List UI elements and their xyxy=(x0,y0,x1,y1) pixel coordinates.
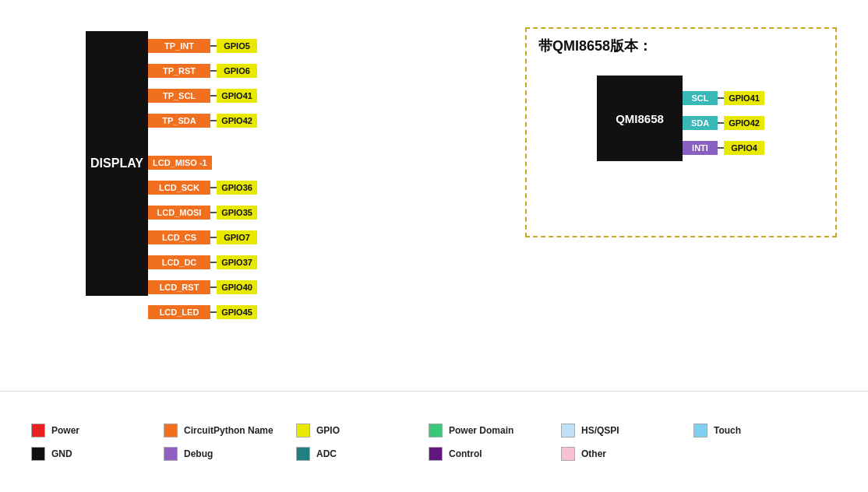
signal-row: LCD_DCGPIO37 xyxy=(148,255,257,269)
signal-row: TP_SDAGPIO42 xyxy=(148,114,257,128)
display-block: DISPLAY xyxy=(86,31,148,296)
qmi-signal-row: SDAGPIO42 xyxy=(683,116,764,130)
legend-label: Power xyxy=(51,425,79,436)
legend-label: GPIO xyxy=(316,425,340,436)
gpio-badge: GPIO36 xyxy=(217,181,257,195)
legend-color-swatch xyxy=(296,447,310,461)
qmi-title: 带QMI8658版本： xyxy=(538,37,827,55)
legend-label: ADC xyxy=(316,448,337,459)
legend-color-swatch xyxy=(164,447,178,461)
legend-color-swatch xyxy=(429,447,443,461)
legend-label: Debug xyxy=(184,448,213,459)
gpio-badge: GPIO41 xyxy=(217,89,257,103)
signal-row: LCD_MISO -1 xyxy=(148,156,212,170)
connector-line xyxy=(210,95,217,97)
gpio-badge: GPIO7 xyxy=(217,230,257,244)
legend-item: Touch xyxy=(693,423,826,438)
connector-line xyxy=(210,311,217,313)
legend-color-swatch xyxy=(164,423,178,438)
qmi-gpio-badge: GPIO42 xyxy=(724,116,764,130)
legend-item: CircuitPython Name xyxy=(164,423,296,438)
qmi-signal-row: INTIGPIO4 xyxy=(683,141,764,155)
qmi-box: 带QMI8658版本： QMI8658 SCLGPIO41SDAGPIO42IN… xyxy=(525,27,837,237)
gpio-badge: GPIO42 xyxy=(217,114,257,128)
qmi-signal-name: SCL xyxy=(683,91,718,105)
legend-color-swatch xyxy=(31,447,45,461)
signal-name: LCD_MOSI xyxy=(148,206,210,220)
signal-row: LCD_SCKGPIO36 xyxy=(148,181,257,195)
qmi-chip: QMI8658 xyxy=(597,76,683,161)
signal-name: LCD_SCK xyxy=(148,181,210,195)
legend-label: Power Domain xyxy=(449,425,513,436)
legend-item: Control xyxy=(429,447,561,461)
legend-item: Power Domain xyxy=(429,423,561,438)
signal-name: LCD_CS xyxy=(148,230,210,244)
legend-area: PowerCircuitPython NameGPIOPower DomainH… xyxy=(0,391,868,492)
qmi-signal-name: SDA xyxy=(683,116,718,130)
qmi-connector-line xyxy=(718,147,724,149)
connector-line xyxy=(210,262,217,263)
legend-color-swatch xyxy=(429,423,443,438)
legend-color-swatch xyxy=(296,423,310,438)
qmi-connector-line xyxy=(718,122,724,124)
gpio-badge: GPIO5 xyxy=(217,39,257,53)
connector-line xyxy=(210,212,217,213)
legend-item: Power xyxy=(31,423,164,438)
legend-item: HS/QSPI xyxy=(561,423,693,438)
connector-line xyxy=(210,120,217,121)
qmi-chip-label: QMI8658 xyxy=(616,112,664,125)
connector-line xyxy=(210,70,217,72)
signal-row: LCD_MOSIGPIO35 xyxy=(148,206,257,220)
signal-row: LCD_RSTGPIO40 xyxy=(148,280,257,294)
diagram-area: DISPLAY TP_INTGPIO5TP_RSTGPIO6TP_SCLGPIO… xyxy=(23,16,845,383)
legend-row: GNDDebugADCControlOther xyxy=(31,447,837,461)
gpio-badge: GPIO45 xyxy=(217,305,257,319)
display-label: DISPLAY xyxy=(90,156,143,170)
gpio-badge: GPIO35 xyxy=(217,206,257,220)
legend-label: CircuitPython Name xyxy=(184,425,273,436)
legend-item: Debug xyxy=(164,447,296,461)
connector-line xyxy=(210,187,217,188)
legend-color-swatch xyxy=(561,423,575,438)
legend-color-swatch xyxy=(693,423,707,438)
connector-line xyxy=(210,286,217,288)
signal-row: TP_SCLGPIO41 xyxy=(148,89,257,103)
connector-line xyxy=(210,237,217,238)
legend-label: Other xyxy=(581,448,606,459)
signal-name: TP_SCL xyxy=(148,89,210,103)
signal-row: TP_RSTGPIO6 xyxy=(148,64,257,78)
signal-name: TP_RST xyxy=(148,64,210,78)
qmi-gpio-badge: GPIO41 xyxy=(724,91,764,105)
legend-item: Other xyxy=(561,447,693,461)
legend-label: HS/QSPI xyxy=(581,425,619,436)
legend-row: PowerCircuitPython NameGPIOPower DomainH… xyxy=(31,423,837,438)
signal-row: LCD_CSGPIO7 xyxy=(148,230,257,244)
signal-name: TP_INT xyxy=(148,39,210,53)
signal-row: LCD_LEDGPIO45 xyxy=(148,305,257,319)
legend-label: GND xyxy=(51,448,72,459)
qmi-signal-row: SCLGPIO41 xyxy=(683,91,764,105)
legend-label: Touch xyxy=(714,425,741,436)
legend-item: GPIO xyxy=(296,423,429,438)
connector-line xyxy=(210,45,217,47)
legend-item: GND xyxy=(31,447,164,461)
signal-name: TP_SDA xyxy=(148,114,210,128)
qmi-gpio-badge: GPIO4 xyxy=(724,141,764,155)
gpio-badge: GPIO6 xyxy=(217,64,257,78)
signal-name: LCD_DC xyxy=(148,255,210,269)
signal-name: LCD_RST xyxy=(148,280,210,294)
gpio-badge: GPIO40 xyxy=(217,280,257,294)
legend-color-swatch xyxy=(561,447,575,461)
legend-color-swatch xyxy=(31,423,45,438)
legend-label: Control xyxy=(449,448,482,459)
gpio-badge: GPIO37 xyxy=(217,255,257,269)
qmi-signal-name: INTI xyxy=(683,141,718,155)
legend-item: ADC xyxy=(296,447,429,461)
signal-row: TP_INTGPIO5 xyxy=(148,39,257,53)
qmi-connector-line xyxy=(718,97,724,99)
signal-name: LCD_MISO -1 xyxy=(148,156,212,170)
signal-name: LCD_LED xyxy=(148,305,210,319)
